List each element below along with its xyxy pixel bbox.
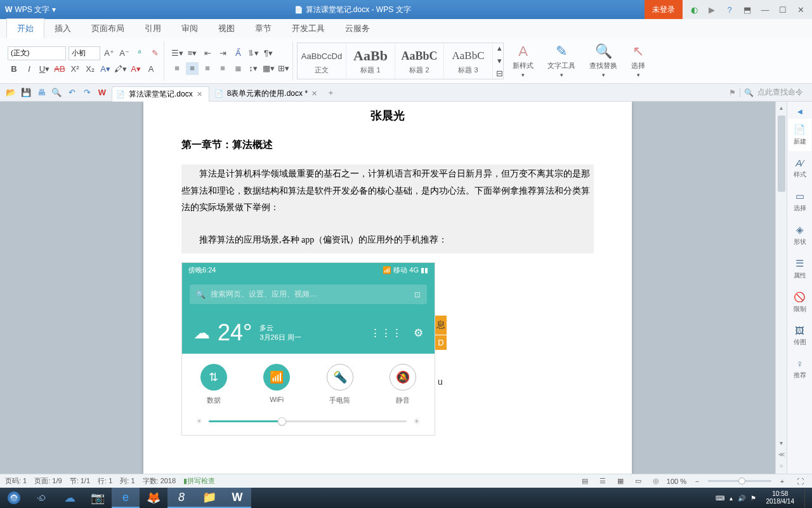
tab-section[interactable]: 章节 [245, 19, 282, 38]
change-case-button[interactable]: ª [133, 47, 146, 60]
phonetic-button[interactable]: A̋ [232, 47, 244, 60]
wps-home-button[interactable]: W [96, 87, 108, 98]
doc-tab-1-close[interactable]: ✕ [197, 90, 202, 98]
undo-button[interactable]: ↶ [66, 87, 77, 98]
app-logo[interactable]: W WPS 文字 ▾ [0, 4, 61, 15]
zoom-value[interactable]: 100 % [667, 478, 686, 485]
style-heading2[interactable]: AaBbC 标题 2 [395, 43, 444, 79]
tray-flag-icon[interactable]: ⚑ [750, 495, 756, 502]
minimize-button[interactable]: — [757, 2, 773, 17]
app-wps[interactable]: W [223, 488, 251, 508]
app-camera[interactable]: 📷 [84, 488, 112, 508]
view-print-button[interactable]: ▤ [578, 476, 592, 486]
tray-clock[interactable]: 10:58 2018/4/14 [761, 490, 800, 505]
distribute-button[interactable]: ≣ [232, 62, 244, 75]
sync-icon[interactable]: ▶ [704, 2, 719, 17]
new-style-button[interactable]: A 新样式▾ [508, 43, 539, 79]
view-outline-button[interactable]: ☰ [596, 476, 610, 486]
style-gallery-more[interactable]: ⊟ [493, 67, 506, 80]
underline-button[interactable]: U▾ [38, 63, 51, 76]
highlight-button[interactable]: 🖍▾ [114, 63, 127, 76]
open-button[interactable]: 📂 [5, 87, 16, 98]
rp-restrict[interactable]: 🚫限制 [789, 286, 811, 319]
start-button[interactable] [0, 488, 28, 508]
style-heading3[interactable]: AaBbC 标题 3 [444, 43, 493, 79]
clear-format-button[interactable]: ✎ [148, 47, 161, 60]
fit-width-button[interactable]: ⛶ [793, 476, 807, 486]
doc-tab-1[interactable]: 📄 算法课堂笔记.docx ✕ [112, 86, 209, 102]
ribbon-toggle-icon[interactable]: ⬒ [740, 2, 755, 17]
app-baidu-netdisk[interactable]: ☁ [56, 488, 84, 508]
print-button[interactable]: 🖶 [36, 87, 47, 98]
tab-cloud[interactable]: 云服务 [335, 19, 380, 38]
superscript-button[interactable]: X² [69, 63, 81, 76]
browse-object-button[interactable]: ○ [776, 460, 787, 471]
save-button[interactable]: 💾 [20, 87, 32, 98]
rp-shape[interactable]: ◈形状 [789, 219, 811, 251]
tab-home[interactable]: 开始 [6, 18, 44, 38]
zoom-in-button[interactable]: + [775, 476, 789, 486]
redo-button[interactable]: ↷ [81, 87, 93, 98]
tray-volume-icon[interactable]: 🔊 [738, 495, 745, 502]
rp-collapse-arrow[interactable]: ◀ [789, 105, 811, 117]
char-shading-button[interactable]: A [145, 63, 157, 76]
style-gallery-down[interactable]: ▾ [493, 55, 506, 67]
status-page[interactable]: 页面: 1/9 [34, 476, 62, 486]
align-left-button[interactable]: ≡ [171, 62, 183, 75]
align-center-button[interactable]: ≡ [186, 62, 199, 75]
borders-button[interactable]: ⊞▾ [277, 62, 290, 75]
zoom-slider[interactable] [708, 480, 771, 482]
bold-button[interactable]: B [8, 63, 20, 76]
doc-tab-2-close[interactable]: ✕ [311, 90, 317, 98]
app-dropdown-icon[interactable]: ▾ [52, 5, 56, 14]
tab-review[interactable]: 审阅 [171, 19, 208, 38]
subscript-button[interactable]: X₂ [84, 63, 96, 76]
rp-upload[interactable]: 🖼传图 [789, 320, 811, 352]
indent-button[interactable]: ⇥ [216, 47, 229, 60]
cloud-icon[interactable]: ◐ [686, 2, 702, 17]
app-editor[interactable]: 8 [167, 488, 195, 508]
help-icon[interactable]: ? [722, 2, 737, 17]
font-color-button[interactable]: A▾ [129, 63, 142, 76]
status-spellcheck[interactable]: ▮拼写检查 [183, 476, 215, 486]
app-swirl[interactable]: ꩜ [28, 488, 56, 508]
italic-button[interactable]: I [23, 63, 36, 76]
font-size-select[interactable] [69, 46, 100, 60]
zoom-out-button[interactable]: − [690, 476, 704, 486]
bullets-button[interactable]: ☰▾ [171, 47, 183, 60]
doc-tab-2[interactable]: 📄 8表单元素的使用.docx * ✕ [211, 86, 324, 102]
view-focus-button[interactable]: ◎ [649, 476, 663, 486]
login-button[interactable]: 未登录 [645, 0, 683, 19]
outdent-button[interactable]: ⇤ [201, 47, 214, 60]
tab-layout[interactable]: 页面布局 [81, 19, 134, 38]
rp-recommend[interactable]: ♀推荐 [789, 353, 811, 385]
rp-select[interactable]: ▭选择 [789, 185, 811, 218]
prev-page-button[interactable]: ≪ [776, 448, 787, 460]
asian-layout-button[interactable]: ⥮▾ [247, 47, 259, 60]
find-replace-button[interactable]: 🔍 查找替换▾ [584, 43, 622, 79]
document-area[interactable]: 张晨光 第一章节：算法概述 算法是计算机科学领域最重要的基石之一，计算机语言和开… [0, 102, 775, 483]
maximize-button[interactable]: ☐ [775, 2, 790, 17]
align-right-button[interactable]: ≡ [201, 62, 214, 75]
select-button[interactable]: ↖ 选择▾ [626, 43, 650, 79]
tray-keyboard-icon[interactable]: ⌨ [716, 495, 724, 502]
print-preview-button[interactable]: 🔍 [51, 87, 62, 98]
scroll-up-button[interactable]: ▴ [776, 102, 787, 113]
shrink-font-button[interactable]: A⁻ [118, 47, 131, 60]
style-gallery-up[interactable]: ▴ [493, 42, 506, 55]
vertical-scrollbar[interactable]: ▴ ▾ ≪ ○ ≫ [775, 102, 787, 483]
new-tab-button[interactable]: ＋ [325, 87, 336, 98]
tab-insert[interactable]: 插入 [44, 19, 81, 38]
font-name-select[interactable] [8, 46, 66, 60]
app-ie[interactable]: e [112, 488, 140, 508]
tab-view[interactable]: 视图 [208, 19, 245, 38]
app-firefox[interactable]: 🦊 [140, 488, 167, 508]
close-button[interactable]: ✕ [793, 2, 808, 17]
status-section[interactable]: 节: 1/1 [70, 476, 90, 486]
grow-font-button[interactable]: A⁺ [103, 47, 115, 60]
numbering-button[interactable]: ≡▾ [186, 47, 199, 60]
rp-property[interactable]: ☰属性 [789, 253, 811, 285]
command-search[interactable]: ⚑ 🔍 点此查找命令 [729, 87, 809, 98]
scroll-thumb[interactable] [778, 116, 785, 192]
tray-up-icon[interactable]: ▴ [730, 495, 733, 502]
